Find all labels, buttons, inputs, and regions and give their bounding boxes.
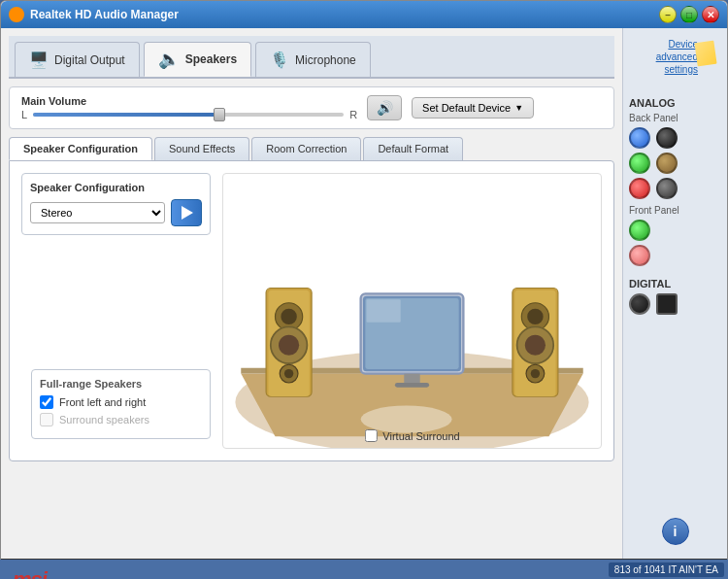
svg-point-19	[531, 369, 540, 378]
volume-slider[interactable]	[33, 113, 344, 117]
main-content: 🖥️ Digital Output 🔈 Speakers 🎙️ Micropho…	[1, 28, 727, 559]
front-left-right-row: Front left and right	[40, 395, 202, 409]
jack-black-back-1[interactable]	[656, 127, 678, 149]
back-panel-row-1	[629, 127, 721, 149]
speaker-config-dropdown[interactable]: Stereo Quadraphonic 5.1 Speaker 7.1 Spea…	[30, 202, 165, 223]
svg-rect-23	[367, 299, 401, 323]
set-default-label: Set Default Device	[422, 102, 511, 114]
minimize-button[interactable]: –	[659, 6, 677, 23]
tab-speaker-configuration[interactable]: Speaker Configuration	[9, 137, 152, 160]
svg-point-7	[281, 309, 296, 324]
tab-sound-effects[interactable]: Sound Effects	[154, 137, 249, 160]
jack-brown-back[interactable]	[656, 153, 678, 174]
volume-thumb[interactable]	[214, 108, 225, 121]
window-title: Realtek HD Audio Manager	[30, 8, 179, 21]
volume-lr: L R	[21, 109, 357, 120]
info-icon: i	[674, 524, 678, 539]
info-button[interactable]: i	[662, 518, 689, 545]
feature-tabs: Speaker Configuration Sound Effects Room…	[9, 137, 614, 160]
front-panel-label: Front Panel	[629, 205, 721, 216]
digital-label: DIGITAL	[629, 278, 721, 290]
right-channel-label: R	[349, 109, 357, 120]
surround-speakers-row: Surround speakers	[40, 413, 202, 426]
notebook-decoration	[694, 41, 716, 67]
msi-logo-area: msi insist on the best	[13, 567, 79, 580]
virtual-surround-label: Virtual Surround	[382, 430, 459, 442]
back-panel-row-3	[629, 178, 721, 199]
main-area: 🖥️ Digital Output 🔈 Speakers 🎙️ Micropho…	[1, 28, 622, 559]
surround-speakers-checkbox[interactable]	[40, 413, 53, 426]
tab-microphone[interactable]: 🎙️ Microphone	[255, 42, 371, 77]
tab-room-correction[interactable]: Room Correction	[251, 137, 361, 160]
front-left-right-label: Front left and right	[59, 396, 146, 408]
analog-label: ANALOG	[629, 97, 721, 109]
app-icon	[9, 7, 24, 22]
window-controls: – □ ✕	[659, 6, 719, 23]
play-test-button[interactable]	[171, 199, 202, 226]
jack-blue-back[interactable]	[629, 127, 650, 149]
stage-svg	[223, 174, 601, 448]
volume-section: Main Volume L R 🔊 Set Default Device ▼	[9, 86, 614, 129]
jack-red-back[interactable]	[629, 178, 650, 199]
status-bar: 813 of 1041 IT AIN'T EA	[0, 560, 728, 579]
digital-coax-jack[interactable]	[656, 293, 678, 315]
front-panel-row-1	[629, 220, 721, 241]
tab-default-format[interactable]: Default Format	[363, 137, 463, 160]
mute-button[interactable]: 🔊	[367, 95, 402, 120]
speakers-icon: 🔈	[158, 49, 180, 70]
dropdown-arrow-icon: ▼	[514, 103, 523, 113]
digital-output-label: Digital Output	[54, 53, 125, 67]
tab-speakers[interactable]: 🔈 Speakers	[144, 42, 251, 77]
analog-section: ANALOG Back Panel Front Panel	[629, 97, 721, 270]
tab-digital-output[interactable]: 🖥️ Digital Output	[15, 42, 140, 77]
microphone-label: Microphone	[295, 53, 356, 67]
back-panel-row-2	[629, 153, 721, 174]
front-panel-row-2	[629, 245, 721, 266]
virtual-surround-checkbox[interactable]	[364, 429, 377, 442]
svg-rect-25	[395, 383, 429, 388]
fullrange-label: Full-range Speakers	[40, 378, 202, 390]
volume-fill	[33, 113, 219, 117]
fullrange-section: Full-range Speakers Front left and right…	[31, 361, 211, 439]
back-panel-label: Back Panel	[629, 113, 721, 123]
right-panel: Device advanced settings ANALOG Back Pan…	[622, 28, 727, 559]
svg-point-15	[527, 309, 543, 324]
digital-optical-jack[interactable]	[629, 293, 650, 315]
jack-green-front[interactable]	[629, 220, 650, 241]
front-left-right-checkbox[interactable]	[40, 395, 53, 409]
svg-point-11	[284, 369, 293, 378]
volume-label: Main Volume	[21, 95, 357, 107]
speaker-panel: Speaker Configuration Stereo Quadraphoni…	[9, 160, 614, 461]
speaker-config-group-label: Speaker Configuration	[30, 182, 202, 193]
msi-logo: msi	[13, 567, 79, 580]
speaker-visualization: Virtual Surround	[222, 173, 602, 449]
left-channel-label: L	[21, 109, 27, 120]
svg-rect-24	[404, 374, 419, 383]
svg-point-17	[525, 335, 546, 356]
digital-output-icon: 🖥️	[29, 51, 49, 69]
play-icon	[182, 206, 193, 220]
set-default-button[interactable]: Set Default Device ▼	[412, 97, 534, 119]
virtual-surround-row: Virtual Surround	[364, 429, 459, 442]
digital-row	[629, 293, 721, 315]
speaker-select-row: Stereo Quadraphonic 5.1 Speaker 7.1 Spea…	[30, 199, 202, 226]
microphone-icon: 🎙️	[270, 51, 289, 69]
svg-point-9	[279, 335, 299, 356]
speaker-left-column: Speaker Configuration Stereo Quadraphoni…	[21, 173, 211, 449]
digital-section: DIGITAL	[629, 278, 721, 319]
device-tabs: 🖥️ Digital Output 🔈 Speakers 🎙️ Micropho…	[9, 36, 614, 79]
fullrange-box: Full-range Speakers Front left and right…	[31, 369, 211, 439]
status-text: 813 of 1041 IT AIN'T EA	[609, 562, 724, 577]
speakers-label: Speakers	[185, 52, 237, 66]
maximize-button[interactable]: □	[680, 6, 698, 23]
surround-speakers-label: Surround speakers	[59, 414, 149, 426]
jack-green-back[interactable]	[629, 153, 650, 174]
speaker-config-group: Speaker Configuration Stereo Quadraphoni…	[21, 173, 211, 235]
jack-pink-front[interactable]	[629, 245, 650, 266]
title-bar: Realtek HD Audio Manager – □ ✕	[1, 1, 727, 28]
jack-darkgray-back[interactable]	[656, 178, 678, 199]
close-button[interactable]: ✕	[702, 6, 719, 23]
